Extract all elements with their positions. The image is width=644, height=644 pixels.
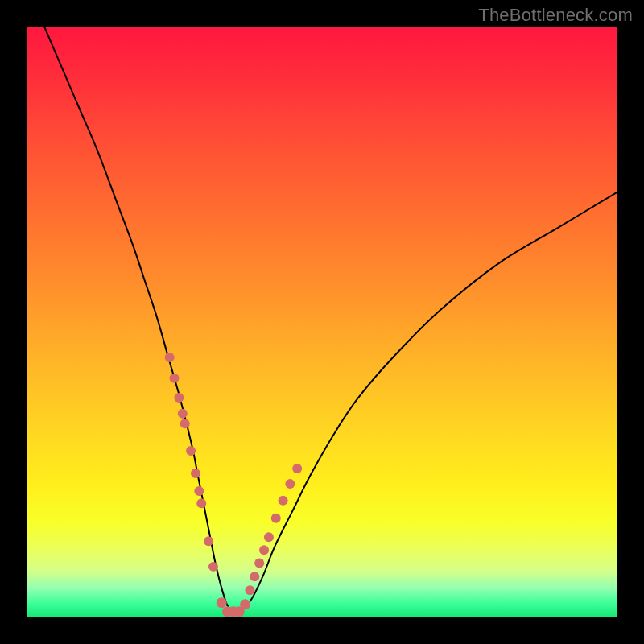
highlight-dot	[279, 496, 288, 506]
highlight-dot	[194, 486, 204, 496]
highlight-dot	[264, 532, 274, 542]
highlight-dot	[170, 374, 180, 383]
highlight-dot	[254, 558, 264, 568]
highlight-dot	[208, 562, 218, 572]
chart-stage: TheBottleneck.com	[0, 0, 644, 644]
highlight-dot	[204, 536, 213, 546]
curve-layer	[27, 27, 617, 617]
highlight-dot	[271, 514, 281, 523]
highlight-dot	[217, 597, 227, 608]
highlight-dot	[174, 393, 184, 402]
highlight-dot	[186, 446, 196, 456]
highlight-dot	[240, 599, 250, 609]
highlight-dot	[285, 479, 295, 489]
highlight-dot	[165, 353, 175, 362]
highlight-dot	[180, 419, 190, 428]
highlight-dots	[165, 353, 303, 617]
highlight-dot	[259, 545, 269, 555]
highlight-dot	[191, 469, 200, 478]
highlight-dot	[178, 409, 188, 419]
bottleneck-curve	[44, 27, 617, 613]
highlight-dot	[250, 572, 259, 581]
watermark-text: TheBottleneck.com	[478, 5, 633, 26]
highlight-dot	[196, 498, 206, 508]
plot-area	[27, 27, 617, 617]
highlight-dot	[292, 464, 302, 473]
highlight-dot	[245, 585, 254, 595]
